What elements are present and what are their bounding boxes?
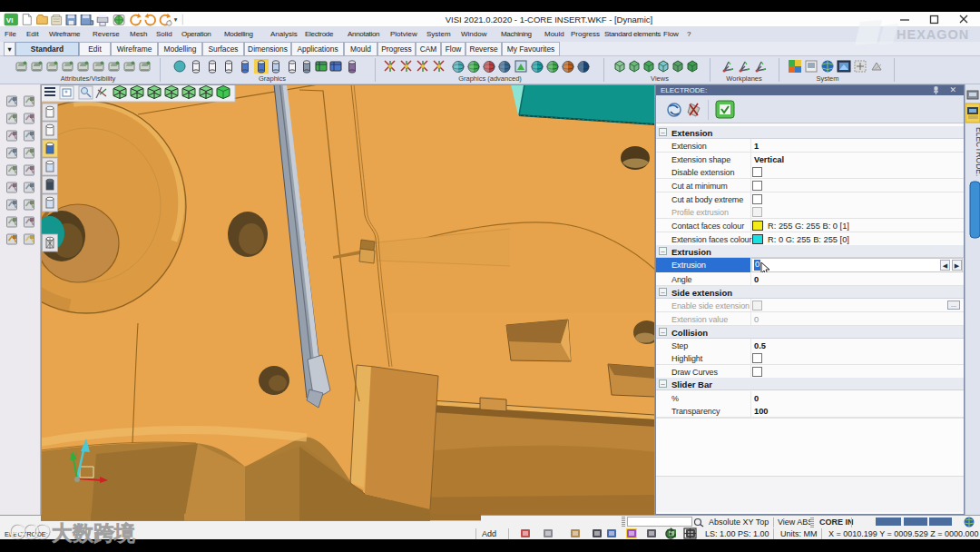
svg-text:ELECTRODE:: ELECTRODE: [975,127,980,176]
svg-text:VI: VI [6,16,14,25]
svg-text:▾: ▾ [174,15,178,24]
svg-text:大数跨境: 大数跨境 [52,521,135,545]
